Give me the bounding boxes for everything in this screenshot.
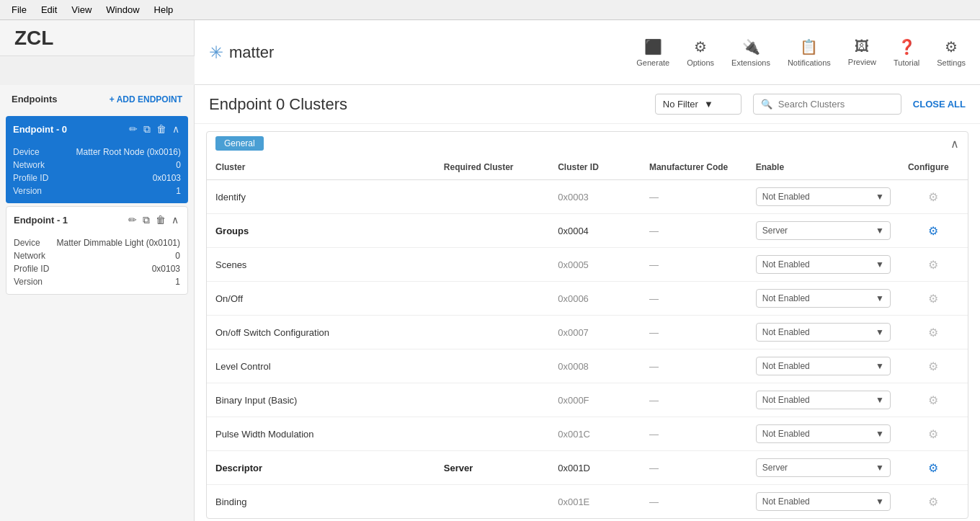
menu-edit[interactable]: Edit	[35, 3, 63, 17]
menu-bar: File Edit View Window Help	[0, 0, 980, 20]
menu-help[interactable]: Help	[148, 3, 179, 17]
menu-view[interactable]: View	[66, 3, 97, 17]
menu-file[interactable]: File	[6, 3, 32, 17]
menu-window[interactable]: Window	[100, 3, 145, 17]
